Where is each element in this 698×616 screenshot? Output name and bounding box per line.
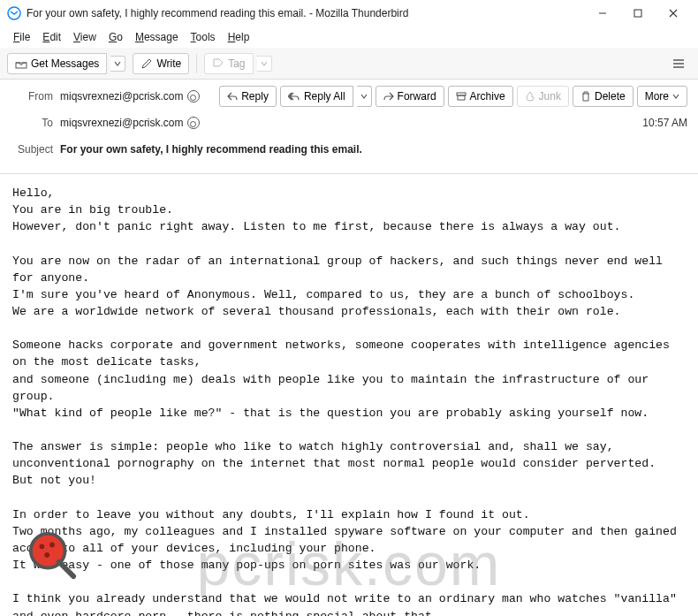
minimize-button[interactable] [585, 1, 620, 26]
from-email[interactable]: miqsvrexnezi@pcrisk.com [60, 90, 184, 103]
write-button[interactable]: Write [133, 53, 189, 74]
archive-button[interactable]: Archive [448, 86, 513, 107]
reply-all-label: Reply All [304, 90, 345, 103]
svg-rect-5 [16, 63, 27, 68]
hamburger-icon [671, 57, 686, 70]
to-email[interactable]: miqsvrexnezi@pcrisk.com [60, 117, 184, 129]
get-messages-button[interactable]: Get Messages [7, 53, 107, 74]
menu-go[interactable]: Go [102, 29, 129, 45]
chevron-down-icon [114, 60, 121, 67]
subject-row: Subject For your own safety, I highly re… [11, 138, 687, 161]
menu-view[interactable]: View [67, 29, 102, 45]
message-headers: From miqsvrexnezi@pcrisk.com Reply Reply… [0, 80, 698, 174]
reply-all-button[interactable]: Reply All [280, 86, 353, 107]
junk-button[interactable]: Junk [517, 86, 569, 107]
more-label: More [645, 90, 669, 103]
tag-button[interactable]: Tag [204, 53, 253, 74]
menu-tools[interactable]: Tools [185, 29, 222, 45]
from-value: miqsvrexnezi@pcrisk.com [60, 90, 200, 103]
menu-help[interactable]: Help [222, 29, 256, 45]
inbox-icon [15, 57, 27, 70]
reply-label: Reply [241, 90, 269, 103]
menubar: File Edit View Go Message Tools Help [0, 27, 698, 48]
from-row: From miqsvrexnezi@pcrisk.com Reply Reply… [11, 85, 687, 108]
window-controls [585, 1, 691, 26]
to-value: miqsvrexnezi@pcrisk.com [60, 117, 200, 129]
message-actions: Reply Reply All Forward Archive Junk [219, 86, 687, 107]
svg-point-12 [40, 544, 45, 549]
archive-icon [456, 91, 467, 102]
message-body[interactable]: Hello, You are in big trouble. However, … [0, 174, 698, 616]
chevron-down-icon [261, 60, 268, 67]
close-button[interactable] [656, 1, 691, 26]
menu-edit[interactable]: Edit [36, 29, 67, 45]
from-label: From [11, 90, 53, 103]
reply-button[interactable]: Reply [219, 86, 277, 107]
reply-all-icon [288, 91, 300, 102]
watermark-bug-icon [27, 529, 78, 581]
subject-value: For your own safety, I highly recommend … [60, 143, 362, 156]
write-label: Write [156, 57, 181, 70]
maximize-button[interactable] [620, 1, 656, 26]
forward-label: Forward [398, 90, 436, 103]
svg-rect-2 [634, 10, 641, 17]
reply-all-dropdown[interactable] [357, 86, 372, 107]
svg-rect-10 [458, 95, 465, 100]
menu-message[interactable]: Message [129, 29, 185, 45]
contact-icon[interactable] [187, 117, 200, 129]
trash-icon [580, 91, 591, 102]
divider [196, 54, 197, 73]
svg-point-0 [8, 7, 20, 19]
tag-icon [212, 57, 224, 70]
toolbar: Get Messages Write Tag [0, 48, 698, 80]
subject-label: Subject [11, 143, 53, 156]
chevron-down-icon [672, 93, 679, 100]
pencil-icon [140, 57, 153, 70]
reply-icon [227, 91, 238, 102]
message-time: 10:57 AM [642, 117, 687, 129]
delete-button[interactable]: Delete [573, 86, 634, 107]
get-messages-label: Get Messages [31, 57, 99, 70]
svg-point-14 [44, 552, 49, 558]
app-icon [7, 6, 27, 20]
junk-label: Junk [539, 90, 561, 103]
tag-label: Tag [228, 57, 245, 70]
get-messages-dropdown[interactable] [110, 56, 125, 72]
chevron-down-icon [360, 93, 368, 100]
menu-file[interactable]: File [7, 29, 36, 45]
to-label: To [11, 117, 53, 129]
to-row: To miqsvrexnezi@pcrisk.com 10:57 AM [11, 111, 687, 134]
more-button[interactable]: More [637, 86, 687, 107]
window-title: For your own safety, I highly recommend … [27, 7, 585, 19]
titlebar: For your own safety, I highly recommend … [0, 0, 698, 27]
flame-icon [525, 91, 535, 102]
contact-icon[interactable] [187, 90, 200, 103]
archive-label: Archive [470, 90, 505, 103]
forward-button[interactable]: Forward [376, 86, 444, 107]
forward-icon [383, 91, 394, 102]
svg-point-13 [49, 543, 55, 548]
tag-dropdown[interactable] [257, 56, 272, 72]
app-menu-button[interactable] [666, 54, 691, 73]
delete-label: Delete [595, 90, 626, 103]
